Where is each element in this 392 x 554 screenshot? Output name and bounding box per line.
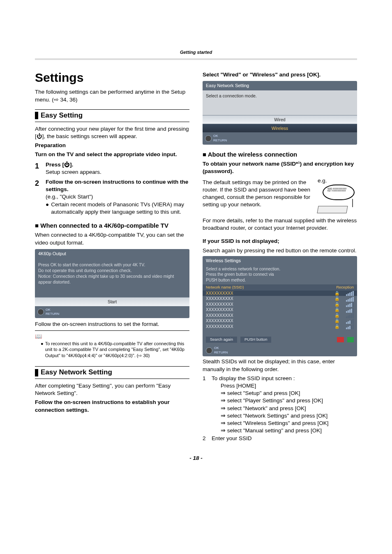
stealth-text: Stealth SSIDs will not be displayed; in … [203, 358, 357, 373]
wireless-network-row[interactable]: XXXXXXXXXX🔒 [203, 318, 357, 324]
wlist-search-again[interactable]: Search again [206, 337, 237, 343]
wlist-footer: OK RETURN [203, 344, 357, 357]
wlist-header: Network name (SSID)Reception [203, 284, 357, 291]
sub-4k-heading: When connected to a 4K/60p-compatible TV [35, 222, 189, 230]
book-icon: 📖 [35, 333, 42, 339]
left-column: Settings The following settings can be p… [35, 69, 189, 442]
ssid-body-2: For more details, refer to the manual su… [203, 217, 357, 232]
header-band: Getting started [35, 49, 357, 59]
ssid-step: 1To display the SSID input screen : [203, 375, 357, 382]
dialog-ens-title: Easy Network Setting [203, 81, 357, 90]
note-text: ●To reconnect this unit to a 4K/60p-comp… [41, 341, 189, 359]
eg-label: e.g. [318, 177, 357, 185]
dialog-ens-footer: OK RETURN [203, 132, 357, 145]
wlist-title: Wireless Settings [203, 256, 357, 265]
dialog-4k60p-footer: OK RETURN [35, 306, 189, 319]
dialog-ens-wireless[interactable]: Wireless [203, 124, 357, 132]
wireless-network-row[interactable]: XXXXXXXXXX🔒 [203, 291, 357, 296]
easy-network-body: After completing "Easy Setting", you can… [35, 382, 189, 397]
router-illustration: SSID XXXXXXXXXXKEY XXXXXXXXXX [318, 185, 355, 215]
wlist-push-button[interactable]: PUSH button [240, 337, 271, 343]
green-button-icon[interactable] [347, 337, 354, 342]
ssid-body: The default settings may be printed on t… [203, 179, 314, 209]
intro-text: The following settings can be performed … [35, 88, 189, 103]
wireless-network-row[interactable]: XXXXXXXXXX🔒 [203, 307, 357, 313]
ssid-step: Press [HOME] [203, 382, 357, 390]
wireless-network-row[interactable]: XXXXXXXXXX🔒 [203, 324, 357, 330]
select-wired-wireless: Select "Wired" or "Wireless" and press [… [203, 71, 357, 78]
preparation-text: Turn on the TV and select the appropriat… [35, 151, 189, 158]
dialog-4k60p-title: 4K60p Output [35, 249, 189, 259]
section-easy-network: Easy Network Setting [35, 366, 189, 379]
about-wireless-heading: About the wireless connection [203, 150, 357, 159]
dpad-icon [205, 135, 212, 142]
ssid-step: select "Manual setting" and press [OK] [203, 427, 357, 434]
dialog-easy-network: Easy Network Setting Select a connection… [203, 81, 357, 145]
lock-icon: 🔒 [334, 307, 340, 313]
red-button-icon[interactable] [337, 337, 344, 342]
step-2: 2 Follow the on-screen instructions to c… [35, 178, 189, 216]
ssid-step: select "Network" and press [OK] [203, 405, 357, 412]
ssid-not-displayed: If your SSID is not displayed; [203, 238, 357, 245]
right-column: Select "Wired" or "Wireless" and press [… [203, 69, 357, 442]
sub-4k-after: Follow the on-screen instructions to set… [35, 321, 189, 328]
ssid-step: select "Network Settings" and press [OK] [203, 412, 357, 420]
step-1: 1 Press [⏻]. Setup screen appears. [35, 161, 189, 176]
section-easy-setting: Easy Setting [35, 109, 189, 122]
lock-icon: 🔒 [334, 291, 340, 296]
easy-setting-body: After connecting your new player for the… [35, 125, 189, 140]
page-number: - 18 - [35, 455, 357, 462]
sub-4k-body: When connected to a 4K/60p-compatible TV… [35, 231, 189, 246]
ssid-bold: To obtain your network name (SSID*1) and… [203, 160, 357, 175]
dpad-icon [206, 347, 212, 354]
easy-network-bold: Follow the on-screen instructions to est… [35, 399, 189, 413]
wlist-msg: Select a wireless network for connection… [203, 265, 357, 285]
wlist-button-bar: Search again PUSH button [203, 335, 357, 344]
page-title: Settings [35, 69, 189, 86]
ssid-step: select "Player Settings" and press [OK] [203, 397, 357, 404]
dialog-4k60p: 4K60p Output Press OK to start the conne… [35, 249, 189, 318]
note-row: 📖 [35, 332, 189, 340]
lock-icon: 🔒 [334, 313, 340, 319]
dialog-4k60p-msg: Press OK to start the connection check w… [35, 259, 189, 298]
ssid-step: select "Wireless Settings" and press [OK… [203, 420, 357, 427]
ssid-step: 2Enter your SSID [203, 435, 357, 442]
ssid-not-body: Search again by pressing the red button … [203, 247, 357, 254]
lock-icon: 🔒 [334, 318, 340, 324]
preparation-label: Preparation [35, 142, 189, 149]
dialog-4k60p-start-button[interactable]: Start [35, 297, 189, 306]
lock-icon: 🔒 [334, 324, 340, 330]
wireless-network-row[interactable]: XXXXXXXXXX🔒 [203, 296, 357, 302]
power-icon: ⏻ [64, 162, 70, 168]
wireless-network-row[interactable]: XXXXXXXXXX🔒 [203, 302, 357, 307]
lock-icon: 🔒 [334, 296, 340, 302]
ssid-step: select "Setup" and press [OK] [203, 390, 357, 397]
wireless-network-row[interactable]: XXXXXXXXXX🔒 [203, 313, 357, 319]
dialog-ens-msg: Select a connection mode. [203, 90, 357, 115]
dialog-ens-wired[interactable]: Wired [203, 115, 357, 124]
lock-icon: 🔒 [334, 302, 340, 307]
dialog-wireless-settings: Wireless Settings Select a wireless netw… [203, 256, 357, 357]
dpad-icon [37, 309, 44, 315]
